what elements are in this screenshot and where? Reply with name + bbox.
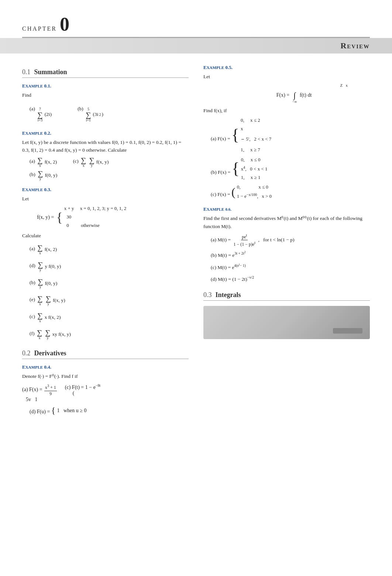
review-text: Review — [340, 41, 370, 51]
example-06d: (d) M(t) = (1 − 2t)−v/2 — [211, 274, 370, 284]
header-area: Chapter 0 — [0, 0, 392, 38]
chapter-number: 0 — [60, 15, 69, 34]
example-06b: (b) M(t) = e3t + 2t2 — [211, 250, 370, 260]
example-03a: (a) ∑ x f(x, 2) — [30, 244, 104, 255]
section-01-header: 0.1 Summation — [22, 68, 189, 78]
piecewise-row-3: 0 otherwise — [64, 222, 127, 230]
right-column: EXAMPLE 0.5. Let Z x F(x) = ∫ −∞ f(t) dt — [196, 65, 370, 421]
example-06c: (c) M(t) = e4(et− 1) — [211, 262, 370, 272]
section-03-title: Integrals — [216, 291, 241, 299]
sum-symbol-01a: 7 ∑ i=3 — [37, 107, 42, 122]
example-01-label: EXAMPLE 0.1. — [22, 83, 189, 89]
example-02a: (a) ∑ x f(x, 2) (c) ∑ x ∑ — [30, 156, 189, 168]
example-06-text: Find the first and second derivatives M⁰… — [203, 215, 362, 229]
example-03-formula: f(x, y) = { x + y x = 0, 1, 2, 3; y = 0,… — [37, 205, 189, 229]
example-06: EXAMPLE 0.6. Find the first and second d… — [203, 206, 370, 283]
example-05-label: EXAMPLE 0.5. — [203, 65, 370, 70]
example-03d: (d) ∑ y y f(0, y) — [30, 261, 104, 272]
example-03b: (b) ∑ y f(0, y) — [30, 278, 104, 289]
example-03c: (c) ∑ x x f(x, 2) — [30, 312, 104, 323]
example-03: EXAMPLE 0.3. Let f(x, y) = { x + y x = 0… — [22, 187, 189, 342]
example-02b: (b) ∑ y f(0, y) — [30, 170, 189, 181]
example-05: EXAMPLE 0.5. Let Z x F(x) = ∫ −∞ f(t) dt — [203, 65, 370, 200]
section-02-number: 0.2 — [22, 349, 31, 357]
example-03e: (e) ∑ x ∑ y f(x, y) — [30, 295, 104, 306]
example-03-label: EXAMPLE 0.3. — [22, 187, 189, 193]
example-01b: (b) 5 ∑ i=1 (3i2) — [78, 104, 103, 122]
chapter-title-block: Chapter 0 — [22, 15, 370, 38]
piecewise-row-2: 30 — [64, 213, 127, 221]
example-04c: (c) F(t) = 1 − e−8t ( — [65, 383, 100, 396]
example-03f: (f) ∑ x ∑ y xy f(x, y) — [30, 329, 104, 340]
integrals-image — [203, 306, 370, 339]
sum-symbol-01b: 5 ∑ i=1 — [86, 107, 91, 122]
example-02-text: Let f(x, y) be a discrete function with … — [22, 139, 181, 153]
example-01: EXAMPLE 0.1. Find (a) 7 ∑ i=3 (2i) — [22, 83, 189, 124]
example-01-math-row: (a) 7 ∑ i=3 (2i) (b) — [22, 102, 189, 124]
left-column: 0.1 Summation EXAMPLE 0.1. Find (a) 7 ∑ — [22, 65, 196, 421]
example-04: EXAMPLE 0.4. Denote f(·) = F⁰(·). Find f… — [22, 364, 189, 415]
section-01-title: Summation — [34, 68, 67, 76]
section-01-number: 0.1 — [22, 68, 31, 76]
example-05a: (a) F(x) = { 0, x ≤ 2 x 5', 2 < x < 7 1,… — [211, 117, 370, 154]
example-04a: (a) F(x) = x3 + 1 9 5v 1 — [22, 383, 58, 403]
chapter-label: Chapter — [22, 25, 57, 32]
example-05-intro: Let — [203, 74, 210, 79]
example-06-label: EXAMPLE 0.6. — [203, 206, 370, 212]
example-03-intro: Let — [22, 196, 29, 201]
example-02-label: EXAMPLE 0.2. — [22, 130, 189, 136]
example-05b: (b) F(x) = { 0, x ≤ 0 x4, 0 < x < 1 1, x… — [211, 156, 370, 182]
example-05-formula: Z x F(x) = ∫ −∞ f(t) dt — [218, 83, 370, 104]
main-content: 0.1 Summation EXAMPLE 0.1. Find (a) 7 ∑ — [0, 54, 392, 436]
example-01-intro: Find — [22, 92, 31, 98]
example-04-label: EXAMPLE 0.4. — [22, 364, 189, 370]
page: Chapter 0 Review 0.1 Summation EXAMPLE 0… — [0, 0, 392, 576]
review-banner: Review — [0, 38, 392, 54]
section-02-title: Derivatives — [34, 349, 66, 357]
example-04d: (d) F(u) = { 1 when u ≥ 0 — [30, 406, 189, 415]
section-03-number: 0.3 — [203, 291, 212, 299]
example-04-text: Denote f(·) = F⁰(·). Find f if — [22, 373, 78, 379]
section-02-header: 0.2 Derivatives — [22, 349, 189, 359]
section-03-header: 0.3 Integrals — [203, 291, 370, 301]
example-01a: (a) 7 ∑ i=3 (2i) — [30, 104, 52, 122]
example-02: EXAMPLE 0.2. Let f(x, y) be a discrete f… — [22, 130, 189, 181]
piecewise-row-1: x + y x = 0, 1, 2, 3; y = 0, 1, 2 — [64, 205, 127, 213]
example-06a: (a) M(t) = pet 1 − (1 − p)et , for t < l… — [211, 233, 370, 248]
example-05c: (c) F(x) = ( 0, x ≤ 0 1 − e−x/100, x > 0 — [211, 183, 370, 200]
